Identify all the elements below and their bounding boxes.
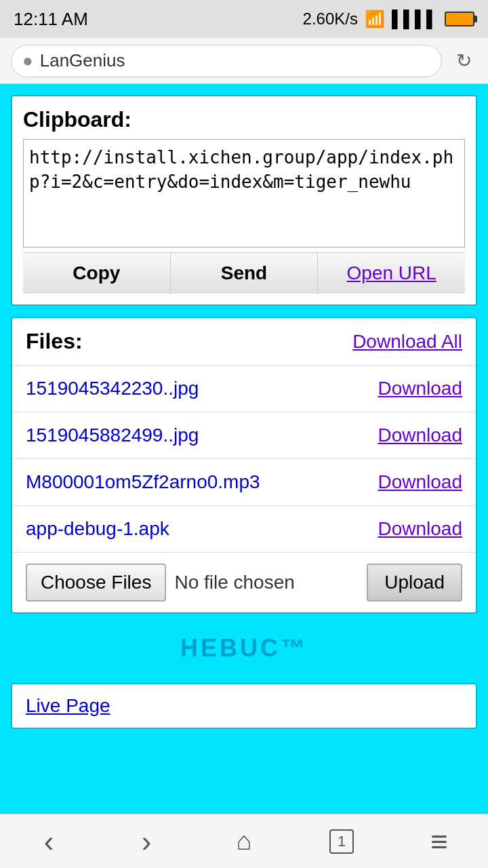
tab-icon: 1	[329, 829, 354, 854]
live-page-section: Live Page	[11, 683, 477, 729]
forward-icon	[142, 825, 152, 859]
file-row: 1519045342230..jpg Download	[12, 366, 476, 412]
status-time: 12:11 AM	[14, 9, 88, 30]
home-button[interactable]	[210, 821, 278, 862]
file-name-4[interactable]: app-debug-1.apk	[26, 518, 169, 540]
files-section: Files: Download All 1519045342230..jpg D…	[11, 317, 477, 614]
upload-section: Choose Files No file chosen Upload	[12, 553, 476, 612]
no-file-label: No file chosen	[174, 572, 359, 593]
status-bar: 12:11 AM 2.60K/s 📶 ▌▌▌▌	[0, 0, 488, 38]
file-row: 1519045882499..jpg Download	[12, 412, 476, 459]
watermark-text: HEBUC™	[180, 634, 308, 663]
wifi-icon: 📶	[365, 9, 385, 28]
url-text: LanGenius	[40, 50, 125, 71]
back-button[interactable]	[15, 821, 83, 862]
files-label: Files:	[26, 329, 83, 354]
menu-button[interactable]	[405, 821, 473, 862]
refresh-icon[interactable]: ↻	[450, 47, 477, 75]
download-link-1[interactable]: Download	[378, 378, 462, 399]
clipboard-buttons: Copy Send Open URL	[23, 252, 465, 294]
network-speed: 2.60K/s	[303, 9, 358, 28]
watermark-area: HEBUC™	[11, 625, 477, 672]
open-url-button[interactable]: Open URL	[318, 253, 465, 294]
menu-icon	[430, 825, 448, 859]
back-icon	[44, 825, 54, 859]
bottom-nav: 1	[0, 814, 488, 868]
status-right: 2.60K/s 📶 ▌▌▌▌	[303, 9, 474, 28]
files-header: Files: Download All	[12, 318, 476, 366]
url-bar[interactable]: ● LanGenius	[11, 45, 442, 77]
file-name-2[interactable]: 1519045882499..jpg	[26, 425, 199, 446]
home-icon	[237, 827, 252, 856]
download-all-button[interactable]: Download All	[352, 331, 462, 353]
tab-count: 1	[338, 833, 346, 850]
download-link-4[interactable]: Download	[378, 518, 462, 540]
send-button[interactable]: Send	[171, 253, 319, 294]
choose-files-button[interactable]: Choose Files	[26, 564, 166, 601]
copy-button[interactable]: Copy	[23, 253, 171, 294]
live-page-link[interactable]: Live Page	[26, 695, 110, 716]
download-link-2[interactable]: Download	[378, 425, 462, 446]
main-content: Clipboard: http://install.xichen.group/a…	[0, 84, 488, 814]
signal-icon: ▌▌▌▌	[392, 9, 438, 28]
address-bar: ● LanGenius ↻	[0, 38, 488, 84]
upload-button[interactable]: Upload	[367, 564, 462, 601]
file-row: M800001om5Zf2arno0.mp3 Download	[12, 459, 476, 506]
clipboard-label: Clipboard:	[23, 107, 465, 132]
clipboard-textarea[interactable]: http://install.xichen.group/app/index.ph…	[23, 139, 465, 248]
battery-icon	[445, 12, 474, 26]
file-name-1[interactable]: 1519045342230..jpg	[26, 378, 199, 399]
tab-button[interactable]: 1	[308, 821, 375, 862]
file-name-3[interactable]: M800001om5Zf2arno0.mp3	[26, 471, 260, 493]
file-row: app-debug-1.apk Download	[12, 506, 476, 553]
clipboard-section: Clipboard: http://install.xichen.group/a…	[11, 95, 477, 306]
globe-icon: ●	[22, 50, 33, 71]
forward-button[interactable]	[113, 821, 180, 862]
download-link-3[interactable]: Download	[378, 471, 462, 493]
